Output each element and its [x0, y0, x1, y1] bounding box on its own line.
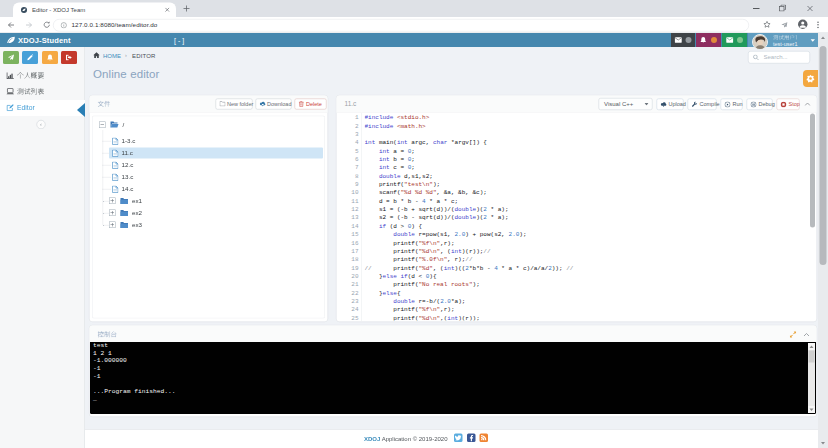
settings-gear-tab[interactable] [803, 70, 818, 87]
tree-item-label[interactable]: 14.c [122, 184, 134, 195]
terminal-scrollbar[interactable] [808, 343, 815, 413]
collapse-panel-icon[interactable] [805, 102, 811, 106]
sidebar-action-submit[interactable] [3, 51, 19, 64]
tree-row[interactable]: 11.c [93, 148, 325, 159]
search-input[interactable] [763, 53, 810, 61]
download-button[interactable]: Download [256, 99, 292, 110]
tree-item-label[interactable]: 13.c [122, 172, 134, 183]
line-number: 17 [337, 247, 359, 255]
tree-expand-toggle[interactable] [109, 198, 116, 205]
page-scrollbar[interactable] [818, 33, 828, 448]
footer-brand: XDOJ [364, 435, 380, 442]
tree-item-label[interactable]: ex2 [132, 208, 142, 219]
tree-item-label[interactable]: 12.c [122, 160, 134, 171]
user-name-cn [773, 34, 798, 40]
new-tab-button[interactable] [183, 5, 190, 12]
stop-button[interactable]: Stop [777, 99, 800, 111]
twitter-icon[interactable] [454, 434, 463, 443]
browser-tab[interactable]: Editor - XDOJ Team [13, 3, 176, 18]
window-close-button[interactable] [807, 6, 813, 12]
reload-icon[interactable] [43, 21, 51, 29]
tree-row[interactable]: ex3 [93, 220, 325, 231]
delete-button[interactable]: Delete [295, 99, 327, 110]
tree-item-label[interactable]: ex3 [132, 220, 142, 231]
nav-mail[interactable] [722, 33, 747, 47]
tree-row[interactable]: 1-3.c [93, 136, 325, 147]
facebook-icon[interactable] [467, 434, 476, 443]
line-number: 6 [337, 155, 359, 163]
code-token: scanf( [365, 189, 401, 196]
bookmark-star-icon[interactable] [763, 21, 771, 29]
window-restore-button[interactable] [779, 5, 786, 12]
tab-close-icon[interactable] [165, 7, 171, 13]
sidebar-action-edit[interactable] [22, 51, 38, 64]
sidebar-toggle[interactable]: [ - ] [174, 33, 184, 47]
browser-menu-dots-icon[interactable] [817, 21, 819, 29]
user-menu[interactable]: test-user1 [748, 33, 818, 47]
tree-item-label[interactable]: ex1 [132, 196, 142, 207]
tree-root-row[interactable]: / [93, 120, 325, 131]
page-info-icon[interactable] [61, 22, 68, 29]
user-name-en: test-user1 [773, 41, 797, 47]
tree-row[interactable]: ex1 [93, 196, 325, 207]
active-item-arrow [77, 103, 85, 117]
sidebar-item-label [17, 68, 44, 84]
run-button[interactable]: Run [721, 99, 743, 111]
terminal[interactable]: test1 2 1-1.000000-1-1 ...Program finish… [90, 342, 816, 414]
sidebar-item-testlist[interactable] [0, 84, 85, 100]
debug-button[interactable]: Debug [747, 99, 773, 111]
brand-title[interactable]: XDOJ-Student [18, 33, 71, 47]
tree-expand-toggle[interactable] [109, 222, 116, 229]
nav-messages[interactable] [671, 33, 695, 47]
tree-root-label[interactable]: / [123, 120, 125, 131]
sidebar-action-notify[interactable] [42, 51, 58, 64]
tree-item-label[interactable]: 11.c [122, 148, 133, 159]
page-scrollbar-thumb[interactable] [820, 46, 827, 265]
compile-button[interactable]: Compile [688, 99, 717, 111]
tree-row[interactable]: 14.c [93, 184, 325, 195]
code-token: argc, [408, 139, 433, 146]
upload-button[interactable]: Upload [657, 99, 684, 111]
nav-notifications[interactable] [696, 33, 721, 47]
collapse-console-icon[interactable] [804, 333, 810, 337]
tree-row[interactable]: 13.c [93, 172, 325, 183]
expand-console-icon[interactable] [790, 331, 797, 338]
new-folder-button[interactable]: New folder [216, 99, 253, 110]
editor-scrollbar-thumb[interactable] [810, 114, 815, 228]
terminal-scroll-thumb[interactable] [809, 351, 815, 363]
forward-icon[interactable] [25, 21, 33, 29]
code-token: a = [390, 147, 408, 154]
cjk-glyph [31, 72, 38, 79]
sidebar-collapse-button[interactable]: ‹ [37, 120, 46, 129]
code-editor[interactable]: #include <stdio.h>#include <math.h> int … [365, 114, 811, 321]
sidebar-item-profile[interactable] [0, 68, 85, 84]
scroll-down-arrow[interactable] [808, 406, 815, 413]
search-icon[interactable] [753, 55, 759, 61]
language-select[interactable]: Visual C++ [599, 98, 653, 110]
scrollbar-down-arrow[interactable] [821, 442, 825, 445]
sidebar-item-editor[interactable]: Editor [0, 100, 85, 116]
scrollbar-up-arrow[interactable] [821, 37, 825, 40]
scroll-up-arrow[interactable] [808, 343, 815, 350]
rss-icon[interactable] [480, 434, 489, 443]
browser-profile-avatar[interactable] [798, 20, 808, 30]
code-line: #include <math.h> [365, 122, 811, 130]
omnibox[interactable]: 127.0.0.1:8080/team/editor.do [53, 19, 749, 32]
back-icon[interactable] [7, 21, 15, 29]
send-to-device-icon[interactable] [781, 22, 788, 29]
home-icon[interactable] [93, 52, 100, 59]
sidebar-action-signout[interactable] [61, 51, 77, 64]
button-label: Run [733, 99, 743, 110]
tree-collapse-toggle[interactable] [99, 122, 106, 129]
breadcrumb-home[interactable]: HOME [103, 52, 121, 59]
url-text[interactable]: 127.0.0.1:8080/team/editor.do [72, 20, 158, 32]
button-label: Upload [669, 99, 686, 110]
tree-row[interactable]: ex2 [93, 208, 325, 219]
tree-expand-toggle[interactable] [109, 210, 116, 217]
code-line: double r=-b/(2.0*a); [365, 297, 811, 305]
tab-favicon [21, 7, 28, 14]
tree-row[interactable]: 12.c [93, 160, 325, 171]
window-minimize-button[interactable] [753, 8, 760, 9]
tree-item-label[interactable]: 1-3.c [122, 136, 136, 147]
code-line: #include <stdio.h> [365, 114, 811, 122]
